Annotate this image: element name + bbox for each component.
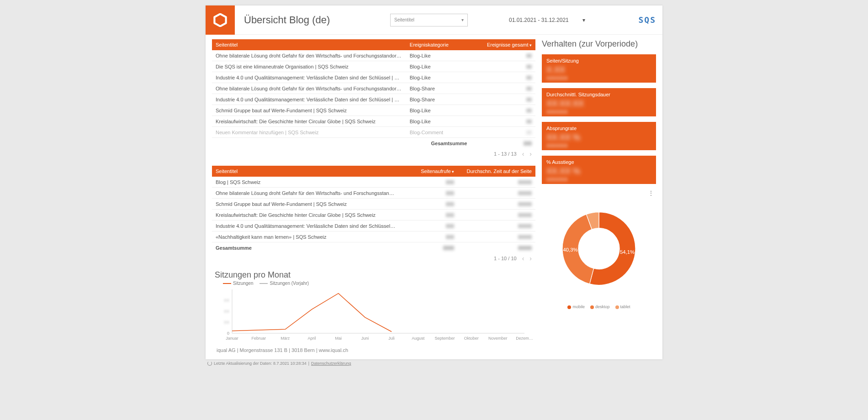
cell-avgtime: ▮▮▮▮▮	[458, 188, 535, 199]
table-row[interactable]: Industrie 4.0 und Qualitätsmanagement: V…	[212, 220, 535, 231]
prev-page-icon[interactable]: ‹	[522, 255, 524, 262]
main-content: Seitentitel Ereigniskategorie Ereignisse…	[206, 35, 662, 343]
svg-text:Oktober: Oktober	[464, 336, 479, 341]
cell-value: ▮▮	[471, 127, 535, 138]
table-row[interactable]: Die SQS ist eine klimaneutrale Organisat…	[212, 61, 535, 72]
sqs-brand-logo: SQS	[638, 15, 656, 25]
table-row[interactable]: Kreislaufwirtschaft: Die Geschichte hint…	[212, 116, 535, 127]
svg-text:Mai: Mai	[335, 336, 342, 341]
svg-text:Juni: Juni	[361, 336, 369, 341]
table-row[interactable]: Schmid Gruppe baut auf Werte-Fundament |…	[212, 199, 535, 210]
cell-title: Blog | SQS Schweiz	[212, 177, 400, 188]
cell-category: Blog-Like	[406, 61, 471, 72]
cell-value: ▮▮	[471, 50, 535, 61]
cell-category: Blog-Share	[406, 83, 471, 94]
cell-value: ▮▮	[471, 94, 535, 105]
col-title[interactable]: Seitentitel	[212, 39, 406, 50]
table-row[interactable]: Ohne bilaterale Lösung droht Gefahr für …	[212, 83, 535, 94]
card-label: % Ausstiege	[546, 159, 651, 165]
col-pageviews[interactable]: Seitenaufrufe	[400, 166, 458, 177]
cell-pageviews: ▮▮▮	[400, 210, 458, 220]
header-bar: Übersicht Blog (de) Seitentitel ▾ 01.01.…	[206, 5, 662, 35]
svg-text:November: November	[488, 336, 508, 341]
cell-title: Ohne bilaterale Lösung droht Gefahr für …	[212, 83, 406, 94]
sessions-chart: Sitzungen pro Monat Sitzungen Sitzungen …	[212, 270, 535, 343]
card-value: XX:XX:XX	[546, 99, 651, 109]
cell-title: Die SQS ist eine klimaneutrale Organisat…	[212, 61, 406, 72]
refresh-footer: Letzte Aktualisierung der Daten: 8.7.202…	[206, 359, 662, 366]
donut-legend-item: mobile	[567, 304, 585, 309]
cell-category: Blog-Like	[406, 116, 471, 127]
sum-value: ▮▮▮	[471, 138, 535, 149]
card-delta: XXXXXXX	[546, 177, 651, 182]
line-chart-svg: XXXXXX0JanuarFebruarMärzAprilMaiJuniJuli…	[212, 287, 535, 341]
cell-value: ▮▮	[471, 83, 535, 94]
table-row[interactable]: Ohne bilaterale Lösung droht Gefahr für …	[212, 188, 535, 199]
table-row[interactable]: Industrie 4.0 und Qualitätsmanagement: V…	[212, 72, 535, 83]
col-avg-time[interactable]: Durchschn. Zeit auf der Seite	[458, 166, 535, 177]
page-title: Übersicht Blog (de)	[244, 14, 363, 26]
next-page-icon[interactable]: ›	[529, 150, 532, 158]
svg-text:März: März	[281, 336, 290, 341]
svg-text:Juli: Juli	[388, 336, 395, 341]
date-range-value: 01.01.2021 - 31.12.2021	[509, 17, 569, 23]
cell-title: Kreislaufwirtschaft: Die Geschichte hint…	[212, 210, 400, 220]
cell-category: Blog-Share	[406, 94, 471, 105]
pager-range: 1 - 10 / 10	[494, 256, 517, 261]
cell-avgtime: ▮▮▮▮▮	[458, 220, 535, 231]
svg-text:Februar: Februar	[251, 336, 266, 341]
right-column: Verhalten (zur Vorperiode) Seiten/Sitzun…	[542, 39, 656, 343]
card-delta: XXXXXXX	[546, 110, 651, 115]
donut-legend: mobiledesktoptablet	[542, 304, 656, 309]
card-value: XX.XX %	[546, 133, 651, 142]
card-label: Absprungrate	[546, 126, 651, 131]
cell-title: Schmid Gruppe baut auf Werte-Fundament |…	[212, 105, 406, 116]
col-title[interactable]: Seitentitel	[212, 166, 400, 177]
page-filter-select[interactable]: Seitentitel ▾	[390, 14, 468, 26]
footer: iqual AG | Morgenstrasse 131 B | 3018 Be…	[206, 343, 662, 355]
chart-legend: Sitzungen Sitzungen (Vorjahr)	[223, 281, 535, 286]
svg-text:Januar: Januar	[226, 336, 238, 341]
brand-logo-icon	[206, 5, 235, 35]
sum-v2: ▮▮▮▮▮	[458, 242, 535, 253]
stat-card[interactable]: % AusstiegeXX.XX %XXXXXXX	[542, 156, 656, 184]
privacy-link[interactable]: Datenschutzerklärung	[311, 361, 351, 366]
stat-card[interactable]: AbsprungrateXX.XX %XXXXXXX	[542, 122, 656, 150]
svg-text:54,1%: 54,1%	[620, 249, 635, 255]
date-range-picker[interactable]: 01.01.2021 - 31.12.2021 ▾	[509, 17, 585, 23]
stat-card[interactable]: Seiten/SitzungX.XXXXXXXXX	[542, 54, 656, 83]
chevron-down-icon: ▾	[582, 17, 585, 23]
donut-legend-item: desktop	[590, 304, 610, 309]
col-category[interactable]: Ereigniskategorie	[406, 39, 471, 50]
sum-label: Gesamtsumme	[212, 242, 400, 253]
chart-title: Sitzungen pro Monat	[215, 270, 535, 280]
prev-page-icon[interactable]: ‹	[522, 150, 524, 158]
cell-title: Ohne bilaterale Lösung droht Gefahr für …	[212, 50, 406, 61]
sum-label: Gesamtsumme	[406, 138, 471, 149]
cell-category: Blog-Comment	[406, 127, 471, 138]
cell-value: ▮▮	[471, 116, 535, 127]
cell-title: Kreislaufwirtschaft: Die Geschichte hint…	[212, 116, 406, 127]
svg-text:XX: XX	[224, 320, 229, 325]
card-label: Seiten/Sitzung	[546, 58, 651, 63]
col-total-events[interactable]: Ereignisse gesamt	[471, 39, 535, 50]
next-page-icon[interactable]: ›	[529, 255, 532, 262]
table-row[interactable]: Neuen Kommentar hinzufügen | SQS Schweiz…	[212, 127, 535, 138]
hexagon-icon	[212, 13, 228, 27]
kebab-menu-icon[interactable]: ⋮	[542, 189, 656, 197]
svg-text:August: August	[412, 336, 425, 341]
table-row[interactable]: Schmid Gruppe baut auf Werte-Fundament |…	[212, 105, 535, 116]
table-row[interactable]: Blog | SQS Schweiz▮▮▮▮▮▮▮▮	[212, 177, 535, 188]
stat-card[interactable]: Durchschnittl. SitzungsdauerXX:XX:XXXXXX…	[542, 88, 656, 116]
table-row[interactable]: Kreislaufwirtschaft: Die Geschichte hint…	[212, 210, 535, 220]
cell-title: Schmid Gruppe baut auf Werte-Fundament |…	[212, 199, 400, 210]
cell-title: Neuen Kommentar hinzufügen | SQS Schweiz	[212, 127, 406, 138]
svg-marker-0	[214, 14, 226, 26]
cell-avgtime: ▮▮▮▮▮	[458, 199, 535, 210]
left-column: Seitentitel Ereigniskategorie Ereignisse…	[212, 39, 535, 343]
table-row[interactable]: Industrie 4.0 und Qualitätsmanagement: V…	[212, 94, 535, 105]
table-row[interactable]: «Nachhaltigkeit kann man lernen» | SQS S…	[212, 231, 535, 242]
table-row[interactable]: Ohne bilaterale Lösung droht Gefahr für …	[212, 50, 535, 61]
card-delta: XXXXXXX	[546, 143, 651, 148]
sum-v1: ▮▮▮▮	[400, 242, 458, 253]
